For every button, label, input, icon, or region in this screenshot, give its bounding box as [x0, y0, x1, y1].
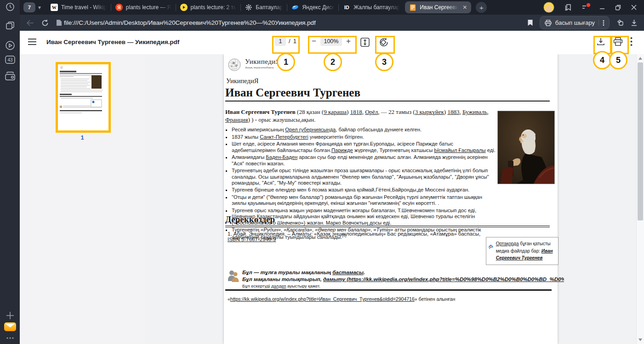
bookmarks-icon[interactable] [564, 4, 572, 11]
tab-title: plants lecture — Я [126, 4, 171, 11]
zoom-out-button[interactable]: − [312, 37, 316, 46]
pdf-filename: Иван Сергеевич Тургенев — Уикипедия.pdf [46, 39, 179, 45]
bullet-item: Алманиядағы Баден-Баден арасан суы бар е… [232, 154, 497, 166]
commons-text: Ортақорда бұған қатысты медиа файлдар ба… [496, 240, 556, 262]
tab-general-settings[interactable]: ID Жалпы баптаулар [339, 0, 404, 15]
tab-title: Жалпы баптаулар [353, 4, 400, 11]
rotate-icon[interactable] [378, 37, 389, 47]
add-panel-icon[interactable] [0, 311, 20, 320]
new-tab-button[interactable]: + [476, 2, 487, 13]
gear-icon [245, 4, 252, 11]
id-icon: ID [343, 4, 350, 11]
tab-bar: 7 ▼ W Time travel - Wikip Я plants lectu… [20, 0, 644, 15]
stub-line-3: Бұл ескертуді дәлдеп ауыстыру қажет. [242, 283, 564, 289]
pdf-more-icon[interactable] [630, 37, 633, 46]
browser-window: 7 ▼ W Time travel - Wikip Я plants lectu… [0, 0, 644, 344]
minimize-button[interactable] [599, 5, 605, 10]
pdf-print-icon[interactable] [613, 37, 623, 46]
media-play-icon[interactable] [0, 40, 20, 51]
pdf-download-icon[interactable] [596, 37, 605, 46]
page-indicator: 1 / 1 [275, 36, 296, 46]
vertical-scrollbar[interactable] [636, 54, 644, 344]
tabs-panel-icon[interactable] [0, 21, 20, 30]
tab-plants-search[interactable]: Я plants lecture — Я [111, 0, 176, 15]
bullet-item: Тургенев бірнеше өлеңдер мен 6 поэма жаз… [232, 187, 497, 193]
profile-avatar[interactable] [543, 2, 554, 13]
bullet-item: Тургеневтың әдеби орыс тілінде жазылған … [232, 168, 497, 186]
article-title: Иван Сергеевич Тургенев [225, 86, 550, 102]
pdf-menu-icon[interactable] [28, 38, 37, 45]
pill-divider [598, 19, 599, 26]
scroll-up-arrow[interactable] [638, 57, 642, 60]
article-intro: Иван Сергеевич Тургенев (28 қазан (9 қар… [225, 108, 501, 124]
commons-logo-icon [489, 240, 493, 254]
zoom-level[interactable]: 100% [320, 36, 342, 46]
reader-badge-icon[interactable]: 43 [0, 56, 20, 64]
close-window-button[interactable] [631, 5, 637, 10]
menu-icon[interactable] [582, 4, 589, 11]
print-pill-button[interactable]: басып шығару [540, 16, 610, 29]
printer-icon [545, 20, 552, 26]
tab-yandex-disk[interactable]: Яндекс Диск [287, 0, 338, 15]
stub-line-2: Бұл мақаланы толықтырып, дамыту (https:/… [242, 276, 564, 283]
screenshot-icon[interactable] [0, 72, 20, 81]
history-icon[interactable] [0, 2, 20, 11]
tab-groups-icon[interactable] [616, 19, 624, 27]
tab-title: Баптаулар [256, 4, 283, 11]
close-tab-icon[interactable]: ✕ [462, 4, 467, 11]
thumbnail-page-number[interactable]: 1 [20, 134, 145, 141]
pdf-file-icon [409, 4, 416, 11]
tab-time-travel[interactable]: W Time travel - Wikip [46, 0, 111, 15]
url-text[interactable]: file:///C:/Users/Admin/Desktop/Иван%20Се… [64, 19, 316, 26]
tab-title: Яндекс Диск [302, 4, 334, 11]
page-thumbnail[interactable] [56, 62, 111, 133]
pdf-page: УикипедиЯ Ашық энциклопедиясы УикипедиЯ … [224, 54, 558, 344]
site-name-line: УикипедиЯ [226, 77, 258, 85]
bullet-item: 1837 жылы Санкт-Петербургтегі университе… [232, 134, 497, 140]
wikipedia-globe-icon [228, 58, 241, 72]
zoom-controls: − 100% + [312, 36, 351, 46]
notification-dot [587, 3, 590, 7]
tab-settings[interactable]: Баптаулар [241, 0, 287, 15]
stub-notice: Бұл — тұлға туралы мақаланың бастамасы. … [228, 269, 564, 289]
back-icon[interactable] [26, 20, 34, 26]
tab-plants-video[interactable]: plants lecture: 2 ть [176, 0, 241, 15]
bullet-item: "Отцы и дети" ("Әкелер мен балалар") ром… [232, 194, 497, 206]
address-bar: file:///C:/Users/Admin/Desktop/Иван%20Се… [20, 15, 644, 31]
chevron-down-icon[interactable]: ▼ [37, 5, 42, 10]
logo-wordmark: УикипедиЯ [245, 58, 280, 66]
kebab-icon[interactable] [603, 20, 604, 26]
more-options-icon[interactable] [0, 337, 20, 339]
svg-text:43: 43 [7, 57, 13, 62]
tab-count[interactable]: 7 [23, 2, 35, 12]
pdf-toolbar: Иван Сергеевич Тургенев — Уикипедия.pdf … [20, 31, 644, 55]
yandex-disk-icon [291, 4, 299, 11]
tab-title: Time travel - Wikip [61, 4, 107, 11]
yandex-mail-icon[interactable] [0, 322, 20, 331]
page-total: 1 [293, 38, 296, 45]
document-icon [56, 19, 62, 26]
restore-button[interactable] [615, 5, 621, 11]
zoom-in-button[interactable]: + [346, 37, 351, 46]
tab-turgenev-pdf[interactable]: Иван Сергееви ✕ [405, 1, 471, 13]
tab-title: plants lecture: 2 ть [191, 4, 237, 11]
scroll-down-arrow[interactable] [638, 338, 642, 341]
page-divider: / [289, 38, 291, 45]
print-pill-label: басып шығару [555, 19, 595, 26]
tab-counter[interactable]: 7 ▼ [23, 2, 42, 12]
reload-icon[interactable] [41, 19, 49, 27]
yandex-icon: Я [115, 4, 123, 11]
downloads-icon[interactable] [631, 19, 638, 26]
bookmark-flag-icon[interactable] [527, 19, 533, 26]
bullet-item: Шет елде, әсіресе Алмания менен Францияд… [232, 141, 497, 153]
retrieved-from-line: «https://kk.wikipedia.org/w/index.php?ti… [228, 296, 549, 302]
fit-page-icon[interactable] [360, 37, 370, 47]
wikipedia-logo: УикипедиЯ Ашық энциклопедиясы [228, 58, 280, 72]
wikipedia-icon: W [51, 4, 58, 11]
side-panel: 43 [0, 0, 20, 344]
reference-item: 1. Абай. Энциклопедия. – Алматы: «Қазақ … [228, 231, 485, 242]
scrollbar-thumb[interactable] [638, 62, 643, 220]
logo-tagline: Ашық энциклопедиясы [245, 66, 280, 69]
page-current[interactable]: 1 [275, 36, 286, 46]
thumbnail-panel: 1 [20, 54, 145, 344]
